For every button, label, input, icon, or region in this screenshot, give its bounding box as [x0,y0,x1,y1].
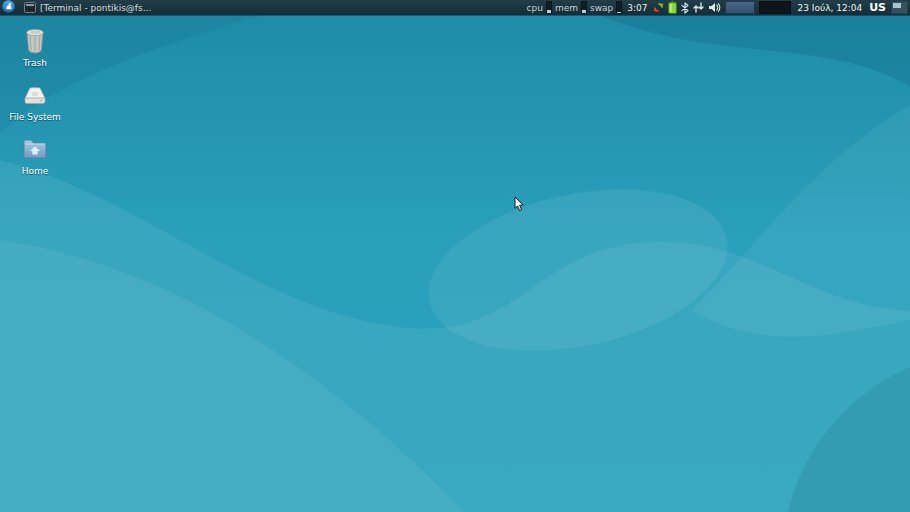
workspace-switcher[interactable] [891,1,908,14]
clock[interactable]: 23 Ιούλ, 12:04 [797,3,862,13]
taskbar-window-button[interactable]: [Terminal - pontikis@fs... [20,1,155,14]
top-panel: [Terminal - pontikis@fs... cpu mem swap … [0,0,910,15]
bluetooth-icon[interactable] [681,1,689,14]
filesystem-drive-icon [19,78,51,110]
desktop-icon-label: Trash [23,58,47,68]
mem-usage-fill [582,10,586,13]
mem-label: mem [555,3,578,13]
cpu-frequency-graph[interactable] [725,1,755,14]
battery-full-icon[interactable] [668,1,677,14]
home-folder-icon [19,132,51,164]
swap-usage-bar [616,1,622,14]
desktop-icon-label: File System [9,112,60,122]
cpu-usage-fill [547,10,551,13]
desktop-area[interactable]: Trash File System [0,15,910,512]
panel-right-group: cpu mem swap 3:07 [527,0,910,15]
software-update-icon[interactable] [653,1,664,14]
trash-icon [19,24,51,56]
cpu-label: cpu [527,3,543,13]
uptime-value: 3:07 [627,3,647,13]
applications-menu-button[interactable] [0,0,16,15]
desktop-icon-home[interactable]: Home [7,132,63,176]
volume-icon[interactable] [708,1,721,14]
swap-usage-fill [617,12,621,13]
systemload-plugin: cpu mem swap 3:07 [527,1,650,14]
wallpaper [0,15,910,512]
terminal-window-icon [24,2,36,13]
cpu-usage-bar [546,1,552,14]
desktop-icon-filesystem[interactable]: File System [7,78,63,122]
mem-usage-bar [581,1,587,14]
desktop-icon-label: Home [22,166,49,176]
network-activity-graph[interactable] [759,1,791,14]
taskbar-window-title: [Terminal - pontikis@fs... [40,3,151,13]
swap-label: swap [590,3,613,13]
xubuntu-logo-icon [2,0,15,17]
keyboard-layout-indicator[interactable]: US [869,1,886,14]
panel-left-group: [Terminal - pontikis@fs... [0,0,155,15]
network-updown-icon[interactable] [693,1,704,14]
desktop-icon-trash[interactable]: Trash [7,24,63,68]
